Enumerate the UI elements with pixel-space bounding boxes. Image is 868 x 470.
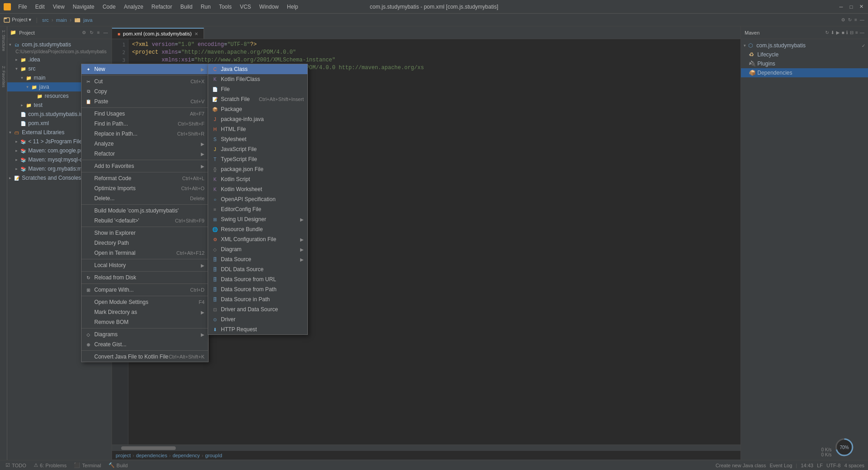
- reformat-shortcut: Ctrl+Alt+L: [182, 176, 204, 181]
- submenu-resource-bundle[interactable]: 🌐 Resource Bundle: [208, 224, 307, 234]
- terminal-shortcut: Ctrl+Alt+F12: [176, 250, 204, 256]
- cm-label: Show in Explorer: [94, 230, 136, 236]
- submenu-label: Data Source: [221, 256, 251, 263]
- submenu-editorconfig[interactable]: ≡ EditorConfig File: [208, 204, 307, 214]
- datasource-arrow: ▶: [300, 257, 304, 262]
- submenu-xml-config[interactable]: ⚙ XML Configuration File ▶: [208, 234, 307, 244]
- cm-create-gist[interactable]: ⊕ Create Gist...: [82, 339, 208, 349]
- submenu-label: package.json File: [221, 166, 263, 172]
- submenu-datasource[interactable]: 🗄 Data Source ▶: [208, 254, 307, 264]
- submenu-new: C Java Class K Kotlin File/Class 📄 File …: [208, 64, 308, 335]
- analyze-arrow: ▶: [201, 142, 204, 147]
- cm-label: Open Module Settings: [94, 299, 148, 305]
- submenu-diagram[interactable]: ◇ Diagram ▶: [208, 244, 307, 254]
- cm-directory-path[interactable]: Directory Path: [82, 238, 208, 248]
- submenu-label: Java Class: [221, 66, 248, 72]
- resource-icon: 🌐: [212, 226, 218, 232]
- cm-add-favorites[interactable]: Add to Favorites ▶: [82, 161, 208, 171]
- submenu-label: EditorConfig File: [221, 206, 261, 212]
- submenu-datasource-in-path[interactable]: 🗄 Data Source in Path: [208, 294, 307, 304]
- driver-ds-icon: ⊡: [212, 306, 218, 313]
- compare-shortcut: Ctrl+D: [190, 287, 204, 293]
- cm-label: New: [94, 66, 105, 72]
- submenu-driver-datasource[interactable]: ⊡ Driver and Data Source: [208, 304, 307, 314]
- submenu-package-info[interactable]: J package-info.java: [208, 114, 307, 124]
- cm-delete[interactable]: Delete... Delete: [82, 193, 208, 203]
- cm-build-module[interactable]: Build Module 'com.js.studymybatis': [82, 206, 208, 216]
- xml-arrow: ▶: [300, 237, 304, 242]
- submenu-kotlin-script[interactable]: K Kotlin Script: [208, 174, 307, 184]
- cm-rebuild[interactable]: Rebuild '<default>' Ctrl+Shift+F9: [82, 216, 208, 226]
- favorites-arrow: ▶: [201, 164, 204, 169]
- editor-config-icon: ≡: [212, 206, 218, 212]
- submenu-openapi[interactable]: ○ OpenAPI Specification: [208, 194, 307, 204]
- css-icon: S: [212, 136, 218, 142]
- cm-reformat[interactable]: Reformat Code Ctrl+Alt+L: [82, 173, 208, 183]
- cm-label: Create Gist...: [94, 341, 127, 348]
- cm-show-in-explorer[interactable]: Show in Explorer: [82, 228, 208, 238]
- cm-replace-in-path[interactable]: Replace in Path... Ctrl+Shift+R: [82, 129, 208, 139]
- api-icon: ○: [212, 196, 218, 202]
- cm-find-usages[interactable]: Find Usages Alt+F7: [82, 109, 208, 119]
- submenu-label: OpenAPI Specification: [221, 196, 276, 202]
- html-icon: H: [212, 126, 218, 132]
- cm-local-history[interactable]: Local History ▶: [82, 260, 208, 270]
- cm-cut[interactable]: ✂ Cut Ctrl+X: [82, 76, 208, 86]
- cm-open-terminal[interactable]: Open in Terminal Ctrl+Alt+F12: [82, 248, 208, 258]
- submenu-driver[interactable]: ⊙ Driver: [208, 314, 307, 324]
- reload-icon: ↻: [85, 274, 92, 281]
- submenu-package-json[interactable]: {} package.json File: [208, 164, 307, 174]
- submenu-http[interactable]: ⬇ HTTP Request: [208, 324, 307, 334]
- cm-sep1: [82, 75, 208, 76]
- ddl-icon: 🗄: [212, 266, 218, 273]
- cm-convert-kotlin[interactable]: Convert Java File to Kotlin File Ctrl+Al…: [82, 352, 208, 362]
- cm-mark-directory[interactable]: Mark Directory as ▶: [82, 307, 208, 317]
- cm-reload[interactable]: ↻ Reload from Disk: [82, 273, 208, 283]
- url-icon: 🗄: [212, 276, 218, 283]
- cm-module-settings[interactable]: Open Module Settings F4: [82, 297, 208, 307]
- cm-label: Refactor: [94, 151, 115, 157]
- submenu-kotlin-worksheet[interactable]: K Kotlin Worksheet: [208, 184, 307, 194]
- cm-label: Rebuild '<default>': [94, 217, 139, 224]
- submenu-ts[interactable]: T TypeScript File: [208, 154, 307, 164]
- submenu-js[interactable]: J JavaScript File: [208, 144, 307, 154]
- cm-label: Convert Java File to Kotlin File: [94, 354, 168, 360]
- paste-icon: 📋: [85, 98, 92, 105]
- submenu-scratch[interactable]: 📝 Scratch File Ctrl+Alt+Shift+Insert: [208, 94, 307, 104]
- refactor-arrow: ▶: [201, 152, 204, 157]
- cm-paste[interactable]: 📋 Paste Ctrl+V: [82, 96, 208, 106]
- http-icon: ⬇: [212, 326, 218, 333]
- submenu-datasource-url[interactable]: 🗄 Data Source from URL: [208, 274, 307, 284]
- scratch-icon: 📝: [212, 96, 218, 102]
- submenu-package[interactable]: 📦 Package: [208, 104, 307, 114]
- submenu-label: Data Source from Path: [221, 286, 276, 293]
- ktw-icon: K: [212, 186, 218, 192]
- cm-copy[interactable]: ⧉ Copy: [82, 86, 208, 96]
- submenu-swing[interactable]: ⊞ Swing UI Designer ▶: [208, 214, 307, 224]
- submenu-html[interactable]: H HTML File: [208, 124, 307, 134]
- submenu-label: Kotlin Worksheet: [221, 186, 262, 192]
- cm-remove-bom[interactable]: Remove BOM: [82, 317, 208, 327]
- submenu-file[interactable]: 📄 File: [208, 84, 307, 94]
- kts-icon: K: [212, 176, 218, 182]
- cm-find-in-path[interactable]: Find in Path... Ctrl+Shift+F: [82, 119, 208, 129]
- submenu-kotlin[interactable]: K Kotlin File/Class: [208, 74, 307, 84]
- new-icon: ✦: [85, 66, 92, 72]
- cm-analyze[interactable]: Analyze ▶: [82, 139, 208, 149]
- kotlin-icon: K: [212, 76, 218, 82]
- cm-optimize-imports[interactable]: Optimize Imports Ctrl+Alt+O: [82, 183, 208, 193]
- submenu-datasource-path[interactable]: 🗄 Data Source from Path: [208, 284, 307, 294]
- submenu-ddl[interactable]: 🗄 DDL Data Source: [208, 264, 307, 274]
- cm-compare[interactable]: ⊞ Compare With... Ctrl+D: [82, 285, 208, 295]
- submenu-java-class[interactable]: C Java Class: [208, 64, 307, 74]
- package-icon: 📦: [212, 106, 218, 112]
- datasource-icon: 🗄: [212, 256, 218, 263]
- cm-refactor[interactable]: Refactor ▶: [82, 149, 208, 159]
- cm-new[interactable]: ✦ New ▶: [82, 64, 208, 74]
- submenu-stylesheet[interactable]: S Stylesheet: [208, 134, 307, 144]
- submenu-label: Resource Bundle: [221, 226, 263, 232]
- cm-label: Replace in Path...: [94, 131, 138, 137]
- cm-diagrams[interactable]: ◇ Diagrams ▶: [82, 329, 208, 339]
- diagram-icon: ◇: [212, 246, 218, 253]
- cm-sep6: [82, 227, 208, 227]
